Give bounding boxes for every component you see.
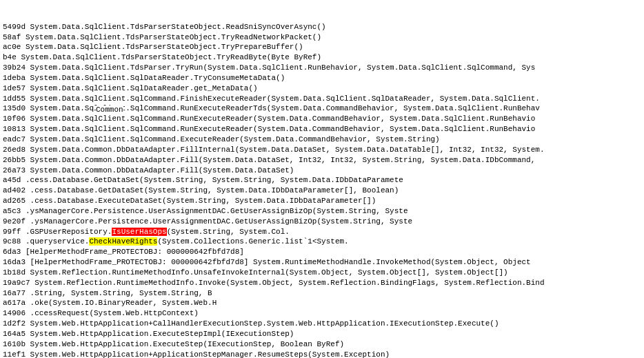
stack-line: 58af System.Data.SqlClient.TdsParserStat… xyxy=(3,32,641,43)
stack-trace-content: 5499d System.Data.SqlClient.TdsParserSta… xyxy=(0,0,644,358)
stack-line: a5c3 .ysManagerCore.Persistence.UserAssi… xyxy=(3,206,641,217)
stack-line: 1d2f2 System.Web.HttpApplication+CallHan… xyxy=(3,319,641,329)
stack-line: 1610b System.Web.HttpApplication.Execute… xyxy=(3,339,641,350)
stack-line: 1dd55 System.Data.SqlClient.SqlCommand.F… xyxy=(3,94,641,104)
stack-line: 26a73 System.Data.Common.DbDataAdapter.F… xyxy=(3,166,641,176)
stack-line-text: 9c88 .queryservice. xyxy=(3,237,89,246)
common-label: Common xyxy=(96,106,123,114)
stack-line: 10813 System.Data.SqlClient.SqlCommand.R… xyxy=(3,124,641,135)
stack-line: 9c88 .queryservice.CheckHaveRights(Syste… xyxy=(3,237,641,247)
stack-line: 39b24 System.Data.SqlClient.TdsParser.Tr… xyxy=(3,63,641,73)
stack-line: 14906 .ccessRequest(System.Web.HttpConte… xyxy=(3,308,641,319)
stack-line: a617a .oke(System.IO.BinaryReader, Syste… xyxy=(3,298,641,308)
stack-line: eadc7 System.Data.SqlClient.SqlCommand.E… xyxy=(3,135,641,145)
stack-line: 16a77 .String, System.String, System.Str… xyxy=(3,288,641,299)
highlight-isuserhasops: IsUserHasOps xyxy=(112,228,166,236)
highlight-checkhavere: CheckHaveRights xyxy=(89,237,157,246)
stack-line: 26ed8 System.Data.Common.DbDataAdapter.F… xyxy=(3,145,641,155)
stack-line-text: 99ff .GSPUserRepository. xyxy=(3,228,112,236)
stack-line-text: (System.String, System.Col. xyxy=(167,228,290,236)
stack-line: 6da3 [HelperMethodFrame_PROTECTOBJ: 0000… xyxy=(3,247,641,257)
stack-line: ad402 .cess.Database.GetDataSet(System.S… xyxy=(3,186,641,196)
stack-line: 11ef1 System.Web.HttpApplication+Applica… xyxy=(3,350,641,358)
stack-trace-window: 5499d System.Data.SqlClient.TdsParserSta… xyxy=(0,0,644,358)
stack-line: 1de57 System.Data.SqlClient.SqlDataReade… xyxy=(3,83,641,94)
stack-line: ac0e System.Data.SqlClient.TdsParserStat… xyxy=(3,42,641,52)
stack-line: 26bb5 System.Data.Common.DbDataAdapter.F… xyxy=(3,155,641,166)
stack-line: 16da3 [HelperMethodFrame_PROTECTOBJ: 000… xyxy=(3,257,641,268)
stack-line: 164a5 System.Web.HttpApplication.Execute… xyxy=(3,329,641,339)
stack-line: 5499d System.Data.SqlClient.TdsParserSta… xyxy=(3,22,641,32)
stack-line: 10f06 System.Data.SqlClient.SqlCommand.R… xyxy=(3,114,641,124)
stack-line: b4e System.Data.SqlClient.TdsParserState… xyxy=(3,52,641,63)
stack-line: a45d .cess.Database.GetDataSet(System.St… xyxy=(3,175,641,186)
stack-line-text: (System.Collections.Generic.list`1<Syste… xyxy=(157,237,348,246)
stack-line: ad265 .cess.Database.ExecuteDataSet(Syst… xyxy=(3,196,641,206)
stack-line: 1deba System.Data.SqlClient.SqlDataReade… xyxy=(3,73,641,83)
stack-line: 19a9c7 System.Reflection.RuntimeMethodIn… xyxy=(3,278,641,288)
stack-line: 1b18d System.Reflection.RuntimeMethodInf… xyxy=(3,268,641,278)
stack-line: 9e20f .ysManagerCore.Persistence.UserAss… xyxy=(3,217,641,227)
stack-line: 99ff .GSPUserRepository.IsUserHasOps(Sys… xyxy=(3,227,641,237)
